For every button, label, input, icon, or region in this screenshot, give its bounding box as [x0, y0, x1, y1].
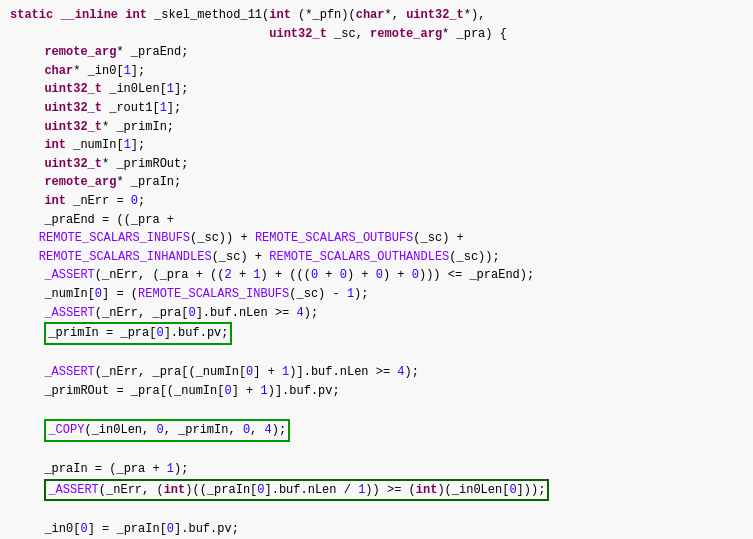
code-line: _numIn[0] = (REMOTE_SCALARS_INBUFS(_sc) …: [10, 285, 743, 304]
code-line: _praEnd = ((_pra +: [10, 211, 743, 230]
code-line: REMOTE_SCALARS_INBUFS(_sc)) + REMOTE_SCA…: [10, 229, 743, 248]
code-line: uint32_t* _primIn;: [10, 118, 743, 137]
code-line: _ASSERT(_nErr, _pra[(_numIn[0] + 1)].buf…: [10, 363, 743, 382]
code-line-highlighted3: _ASSERT(_nErr, (int)((_praIn[0].buf.nLen…: [10, 479, 743, 502]
code-line: REMOTE_SCALARS_INHANDLES(_sc) + REMOTE_S…: [10, 248, 743, 267]
code-line: _ASSERT(_nErr, (_pra + ((2 + 1) + (((0 +…: [10, 266, 743, 285]
code-line-highlighted2: _COPY(_in0Len, 0, _primIn, 0, 4);: [10, 419, 743, 442]
code-line: uint32_t _sc, remote_arg* _pra) {: [10, 25, 743, 44]
code-line: static __inline int _skel_method_11(int …: [10, 6, 743, 25]
code-container: static __inline int _skel_method_11(int …: [0, 0, 753, 539]
code-line: [10, 501, 743, 520]
code-line-highlighted: _primIn = _pra[0].buf.pv;: [10, 322, 743, 345]
code-line: uint32_t _in0Len[1];: [10, 80, 743, 99]
code-line: _primROut = _pra[(_numIn[0] + 1)].buf.pv…: [10, 382, 743, 401]
code-line: _praIn = (_pra + 1);: [10, 460, 743, 479]
code-line: int _nErr = 0;: [10, 192, 743, 211]
code-line: [10, 442, 743, 461]
code-line: remote_arg* _praEnd;: [10, 43, 743, 62]
code-line: uint32_t* _primROut;: [10, 155, 743, 174]
code-line: _in0[0] = _praIn[0].buf.pv;: [10, 520, 743, 539]
code-line: int _numIn[1];: [10, 136, 743, 155]
code-line: [10, 345, 743, 364]
code-line: char* _in0[1];: [10, 62, 743, 81]
code-line: remote_arg* _praIn;: [10, 173, 743, 192]
code-line: [10, 400, 743, 419]
code-line: _ASSERT(_nErr, _pra[0].buf.nLen >= 4);: [10, 304, 743, 323]
code-line: uint32_t _rout1[1];: [10, 99, 743, 118]
